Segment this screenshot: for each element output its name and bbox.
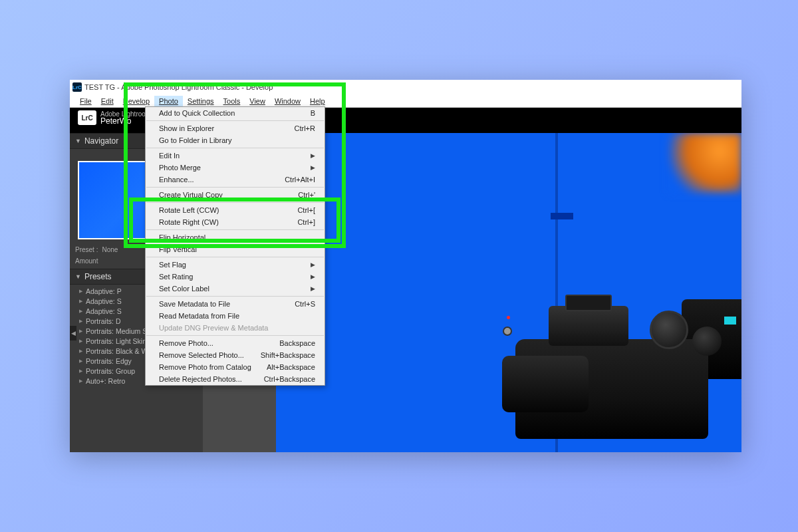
- triangle-right-icon: ▶: [79, 329, 82, 334]
- menubar-window[interactable]: Window: [270, 96, 305, 106]
- triangle-right-icon: ▶: [79, 378, 82, 384]
- menubar: File Edit Develop Photo Settings Tools V…: [70, 94, 741, 108]
- chevron-right-icon: ▶: [311, 152, 315, 159]
- menu-item[interactable]: Flip Vertical: [146, 243, 325, 255]
- triangle-right-icon: ▶: [79, 348, 82, 354]
- menu-item[interactable]: Delete Rejected Photos...Ctrl+Backspace: [146, 373, 325, 385]
- window-title: TEST TG - Adobe Photoshop Lightroom Clas…: [84, 83, 273, 91]
- menu-item[interactable]: Flip Horizontal: [146, 231, 325, 243]
- titlebar: LrC TEST TG - Adobe Photoshop Lightroom …: [70, 80, 741, 94]
- menu-item-shortcut: Backspace: [279, 339, 315, 347]
- menubar-view[interactable]: View: [245, 96, 270, 106]
- preset-item-label: Adaptive: S: [86, 297, 122, 305]
- triangle-right-icon: ▶: [79, 299, 82, 304]
- menu-item[interactable]: Photo Merge▶: [146, 162, 325, 174]
- preset-item-label: Portraits: Group: [86, 367, 135, 375]
- camera-strap-lug: [503, 327, 512, 336]
- menubar-tools[interactable]: Tools: [219, 96, 245, 106]
- menu-separator: [146, 148, 324, 148]
- menu-item[interactable]: Remove Photo from CatalogAlt+Backspace: [146, 361, 325, 373]
- menu-item-label: Rotate Right (CW): [159, 218, 219, 226]
- photo-hinge: [551, 213, 573, 219]
- menu-item[interactable]: Show in ExplorerCtrl+R: [146, 122, 325, 134]
- preset-item-label: Portraits: D: [86, 317, 121, 325]
- panel-collapse-arrow-icon[interactable]: ◀: [70, 326, 76, 340]
- camera-eyecup: [502, 356, 589, 412]
- menu-item[interactable]: Read Metadata from File: [146, 310, 325, 322]
- menu-item-label: Enhance...: [159, 176, 194, 184]
- app-icon: LrC: [72, 82, 82, 92]
- menu-item[interactable]: Add to Quick CollectionB: [146, 107, 325, 119]
- camera-evf: [549, 306, 628, 346]
- menu-item-label: Photo Merge: [159, 164, 201, 172]
- menu-item-label: Go to Folder in Library: [159, 136, 231, 144]
- menu-item[interactable]: Remove Photo...Backspace: [146, 337, 325, 349]
- user-name: PeterWo: [100, 118, 151, 125]
- menubar-help[interactable]: Help: [305, 96, 330, 106]
- camera-rec-dot: [507, 316, 510, 319]
- menu-item[interactable]: Edit In▶: [146, 150, 325, 162]
- triangle-right-icon: ▶: [79, 289, 82, 294]
- chevron-down-icon: ▼: [75, 138, 81, 144]
- amount-label: Amount: [75, 257, 98, 265]
- preset-value[interactable]: None: [102, 246, 118, 253]
- presets-label: Presets: [84, 272, 112, 281]
- menu-item-label: Set Color Label: [159, 285, 209, 293]
- menu-item-label: Rotate Left (CCW): [159, 206, 219, 214]
- triangle-right-icon: ▶: [79, 338, 82, 344]
- menu-separator: [146, 187, 324, 188]
- menu-item[interactable]: Set Color Label▶: [146, 283, 325, 295]
- menu-item-shortcut: B: [311, 109, 315, 117]
- menu-item[interactable]: Enhance...Ctrl+Alt+I: [146, 174, 325, 186]
- menu-item-label: Read Metadata from File: [159, 312, 239, 320]
- menu-separator: [146, 229, 324, 230]
- triangle-right-icon: ▶: [79, 368, 82, 374]
- menu-item-label: Create Virtual Copy: [159, 191, 223, 199]
- menu-item-shortcut: Ctrl+': [298, 191, 315, 199]
- menubar-develop[interactable]: Develop: [118, 96, 154, 106]
- menu-separator: [146, 335, 324, 336]
- menu-item[interactable]: Go to Folder in Library: [146, 134, 325, 146]
- chevron-right-icon: ▶: [311, 273, 315, 280]
- identity-plate: LrC Adobe Lightroom PeterWo: [78, 110, 151, 125]
- menu-item-label: Remove Selected Photo...: [159, 351, 244, 359]
- menu-item[interactable]: Save Metadata to FileCtrl+S: [146, 298, 325, 310]
- menu-item[interactable]: Set Rating▶: [146, 271, 325, 283]
- menu-item-label: Save Metadata to File: [159, 300, 230, 308]
- menu-item-shortcut: Ctrl+S: [295, 300, 315, 308]
- menu-item-label: Delete Rejected Photos...: [159, 375, 242, 383]
- menubar-settings[interactable]: Settings: [183, 96, 219, 106]
- camera-mode-dial: [650, 311, 688, 349]
- menubar-edit[interactable]: Edit: [96, 96, 118, 106]
- menubar-photo[interactable]: Photo: [154, 96, 183, 106]
- menu-item-label: Flip Horizontal: [159, 233, 205, 241]
- camera-accent: [724, 317, 736, 325]
- menu-item-label: Flip Vertical: [159, 245, 197, 253]
- preset-item-label: Adaptive: S: [86, 307, 122, 315]
- triangle-right-icon: ▶: [79, 319, 82, 324]
- menu-item-shortcut: Ctrl+Backspace: [264, 375, 315, 383]
- chevron-right-icon: ▶: [311, 285, 315, 292]
- chevron-right-icon: ▶: [311, 164, 315, 171]
- preset-item-label: Portraits: Light Skin: [86, 337, 146, 345]
- menu-separator: [146, 202, 324, 203]
- triangle-right-icon: ▶: [79, 358, 82, 364]
- menubar-file[interactable]: File: [75, 96, 96, 106]
- menu-item[interactable]: Rotate Left (CCW)Ctrl+[: [146, 204, 325, 216]
- preset-item-label: Auto+: Retro: [86, 377, 125, 385]
- preset-label: Preset :: [75, 246, 98, 253]
- menu-item[interactable]: Create Virtual CopyCtrl+': [146, 189, 325, 201]
- triangle-right-icon: ▶: [79, 309, 82, 314]
- photo-canvas[interactable]: [276, 133, 741, 452]
- photo-bg-blur: [668, 133, 741, 193]
- menu-item-label: Show in Explorer: [159, 124, 214, 132]
- menu-separator: [146, 257, 324, 257]
- menu-item-shortcut: Ctrl+]: [297, 218, 315, 226]
- camera-hotshoe: [565, 295, 612, 311]
- menu-item-shortcut: Ctrl+[: [297, 206, 315, 214]
- menu-item-shortcut: Ctrl+Alt+I: [285, 176, 315, 184]
- menu-item[interactable]: Rotate Right (CW)Ctrl+]: [146, 216, 325, 228]
- menu-item[interactable]: Remove Selected Photo...Shift+Backspace: [146, 349, 325, 361]
- menu-item[interactable]: Set Flag▶: [146, 259, 325, 271]
- menu-separator: [146, 120, 324, 121]
